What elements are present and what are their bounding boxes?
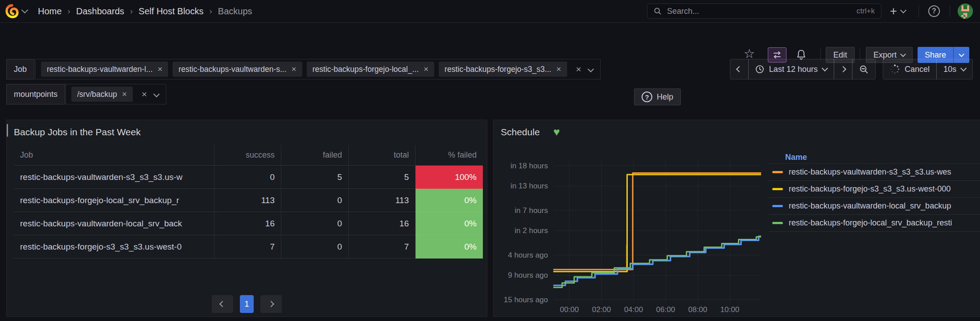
help-menu-button[interactable]: ? <box>928 5 940 17</box>
legend-series-label: restic-backups-vaultwarden-s3_s3_s3.us-w… <box>789 167 951 177</box>
search-input[interactable] <box>666 6 852 17</box>
legend-item[interactable]: restic-backups-vaultwarden-s3_s3_s3.us-w… <box>768 164 980 181</box>
column-header-job[interactable]: Job <box>14 145 214 166</box>
next-page-button[interactable] <box>260 295 282 313</box>
filter-chip-label: restic-backups-vaultwarden-s... <box>178 65 286 74</box>
heart-icon: ♥ <box>553 125 560 138</box>
mountpoints-variable-label: mountpoints <box>6 84 65 104</box>
current-page-button[interactable]: 1 <box>240 295 254 313</box>
chevron-down-icon <box>900 7 906 13</box>
x-tick-label: 00:00 <box>560 305 579 314</box>
time-shift-forward-button[interactable] <box>834 59 852 79</box>
filter-chip[interactable]: restic-backups-forgejo-s3_s3...× <box>439 62 567 77</box>
help-button[interactable]: ? Help <box>634 88 681 105</box>
chevron-down-icon <box>822 65 828 71</box>
breadcrumb-item[interactable]: Self Host Blocks <box>139 6 204 17</box>
remove-chip-icon[interactable]: × <box>122 89 127 99</box>
legend-item[interactable]: restic-backups-forgejo-s3_s3_s3.us-west-… <box>768 181 980 198</box>
nav-divider <box>950 5 950 17</box>
x-tick-label: 04:00 <box>624 305 643 314</box>
remove-chip-icon[interactable]: × <box>292 64 296 74</box>
time-shift-back-button[interactable] <box>730 59 749 79</box>
pct-failed-cell: 100% <box>416 166 483 189</box>
total-cell: 5 <box>349 166 416 189</box>
time-range-group: Last 12 hours <box>730 59 876 79</box>
legend-header[interactable]: Name <box>768 151 980 164</box>
y-tick-label: 15 hours ago <box>504 296 548 304</box>
clear-all-icon[interactable]: × <box>142 89 147 100</box>
legend-series-marker <box>772 222 783 224</box>
legend-series-label: restic-backups-vaultwarden-local_srv_bac… <box>789 201 951 211</box>
grafana-dashboard: { "colors": { "red": "#E02F44", "green":… <box>0 0 980 321</box>
backup-jobs-table: Jobsuccessfailedtotal% failedrestic-back… <box>14 145 483 258</box>
legend-series-label: restic-backups-forgejo-local_srv_backup_… <box>789 218 952 228</box>
filter-chip[interactable]: /srv/backup× <box>71 87 133 102</box>
org-switcher-chevron-icon[interactable] <box>21 7 29 14</box>
chevron-down-icon <box>900 51 906 57</box>
previous-page-button[interactable] <box>212 295 233 313</box>
legend-item[interactable]: restic-backups-forgejo-local_srv_backup_… <box>768 215 980 232</box>
time-controls: Last 12 hours <box>730 59 973 79</box>
chevron-down-icon[interactable] <box>588 66 594 72</box>
job-chip-list: restic-backups-vaultwarden-l...×restic-b… <box>41 62 567 77</box>
column-header-failed[interactable]: failed <box>281 145 349 166</box>
breadcrumb-item[interactable]: Dashboards <box>76 6 124 17</box>
total-cell: 16 <box>349 212 416 235</box>
clear-all-icon[interactable]: × <box>576 64 581 75</box>
schedule-panel: Schedule ♥ 00:0002:0004:0006:0008:0010:0… <box>493 120 980 317</box>
panel-title[interactable]: Backup Jobs in the Past Week <box>14 127 140 138</box>
grafana-flame-icon <box>5 4 19 18</box>
column-header-success[interactable]: success <box>214 145 281 166</box>
failed-cell: 5 <box>281 166 349 189</box>
job-cell: restic-backups-vaultwarden-local_srv_bac… <box>14 212 214 235</box>
top-nav-bar: Home›Dashboards›Self Host Blocks›Backups… <box>0 0 980 23</box>
refresh-group: Cancel 10s <box>883 59 973 79</box>
legend-series-marker <box>772 205 783 207</box>
time-range-picker[interactable]: Last 12 hours <box>748 59 834 79</box>
panel-title[interactable]: Schedule <box>501 127 540 138</box>
legend-item-list: restic-backups-vaultwarden-s3_s3_s3.us-w… <box>768 164 980 232</box>
grafana-logo[interactable] <box>5 4 19 18</box>
legend-series-marker <box>772 171 783 173</box>
plus-icon: + <box>890 4 897 18</box>
failed-cell: 0 <box>281 189 349 212</box>
zoom-out-button[interactable] <box>852 59 876 79</box>
column-header-failed[interactable]: % failed <box>416 145 483 166</box>
pct-failed-cell: 0% <box>416 189 483 212</box>
filter-chip[interactable]: restic-backups-forgejo-local_...× <box>307 62 434 77</box>
cancel-refresh-button[interactable]: Cancel <box>883 59 937 79</box>
y-tick-label: in 13 hours <box>511 182 548 190</box>
remove-chip-icon[interactable]: × <box>157 64 162 74</box>
refresh-interval-label: 10s <box>943 65 956 74</box>
dashboard-toolbar: ☆ Edit Export Share <box>0 22 980 43</box>
clock-icon <box>755 65 764 74</box>
breadcrumb-separator-icon: › <box>67 6 70 16</box>
x-tick-label: 06:00 <box>656 305 675 314</box>
remove-chip-icon[interactable]: × <box>424 64 428 74</box>
toolbar-divider <box>820 48 821 60</box>
time-range-label: Last 12 hours <box>769 65 818 74</box>
mountpoints-chip-list: /srv/backup× <box>71 87 133 102</box>
chevron-down-icon[interactable] <box>153 91 160 97</box>
y-tick-label: 4 hours ago <box>508 251 548 259</box>
new-menu-button[interactable]: + <box>890 4 906 18</box>
filter-chip[interactable]: restic-backups-vaultwarden-s...× <box>173 62 302 77</box>
breadcrumb-item[interactable]: Backups <box>218 6 252 17</box>
breadcrumb-item[interactable]: Home <box>38 6 62 17</box>
chevron-down-icon <box>960 65 967 71</box>
job-variable-input[interactable]: restic-backups-vaultwarden-l...×restic-b… <box>35 59 601 79</box>
remove-chip-icon[interactable]: × <box>556 64 561 74</box>
job-cell: restic-backups-forgejo-local_srv_backup_… <box>14 189 214 212</box>
search-bar[interactable]: ctrl+k <box>647 4 881 19</box>
user-avatar[interactable] <box>958 4 973 19</box>
legend-item[interactable]: restic-backups-vaultwarden-local_srv_bac… <box>768 198 980 215</box>
y-tick-label: 9 hours ago <box>508 271 548 279</box>
breadcrumb-separator-icon: › <box>209 6 212 16</box>
refresh-interval-picker[interactable]: 10s <box>936 59 973 79</box>
mountpoints-variable-input[interactable]: /srv/backup× × <box>66 84 166 104</box>
column-header-total[interactable]: total <box>349 145 416 166</box>
failed-cell: 0 <box>281 212 349 235</box>
edit-button-label: Edit <box>833 50 847 60</box>
help-button-label: Help <box>657 92 673 102</box>
filter-chip[interactable]: restic-backups-vaultwarden-l...× <box>41 62 168 77</box>
